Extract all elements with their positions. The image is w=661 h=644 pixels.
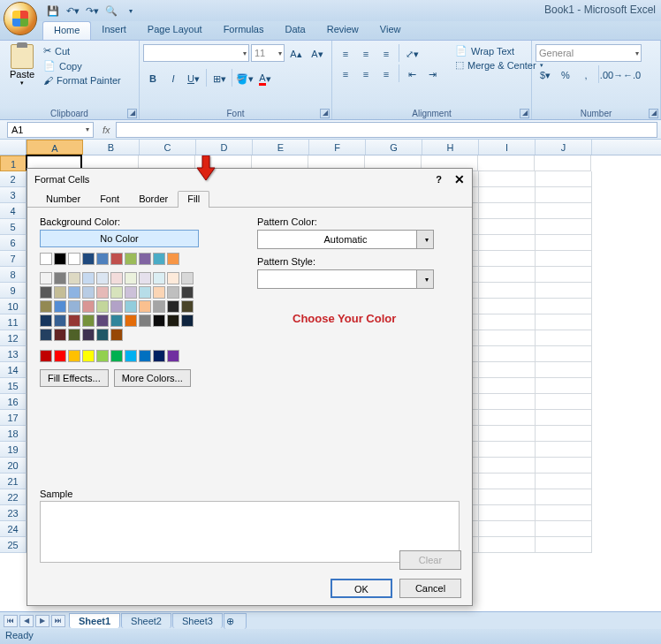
row-header-20[interactable]: 20 xyxy=(0,458,27,474)
first-sheet-button[interactable]: ⏮ xyxy=(4,615,18,627)
row-header-5[interactable]: 5 xyxy=(0,219,27,235)
cell[interactable] xyxy=(479,203,536,219)
row-header-13[interactable]: 13 xyxy=(0,346,27,362)
color-swatch[interactable] xyxy=(54,314,66,327)
cell[interactable] xyxy=(479,458,536,474)
name-box[interactable]: A1▾ xyxy=(7,122,94,138)
color-swatch[interactable] xyxy=(68,253,80,265)
color-swatch[interactable] xyxy=(54,350,66,362)
fill-effects-button[interactable]: Fill Effects... xyxy=(40,369,109,387)
color-swatch[interactable] xyxy=(167,300,179,313)
font-size-combo[interactable]: 11 xyxy=(251,44,285,62)
color-swatch[interactable] xyxy=(125,314,137,327)
cell[interactable] xyxy=(479,314,536,330)
color-swatch[interactable] xyxy=(96,286,109,299)
dialog-tab-fill[interactable]: Fill xyxy=(178,191,209,208)
cell[interactable] xyxy=(536,203,592,219)
column-header-C[interactable]: C xyxy=(140,140,196,155)
cell[interactable] xyxy=(479,362,536,378)
more-colors-button[interactable]: More Colors... xyxy=(114,369,191,387)
row-header-18[interactable]: 18 xyxy=(0,426,27,442)
cell[interactable] xyxy=(536,346,592,362)
italic-button[interactable]: I xyxy=(163,69,183,88)
color-swatch[interactable] xyxy=(110,272,123,284)
color-swatch[interactable] xyxy=(96,314,109,327)
row-header-17[interactable]: 17 xyxy=(0,410,27,426)
cell[interactable] xyxy=(479,235,536,251)
row-header-22[interactable]: 22 xyxy=(0,489,27,505)
align-top-button[interactable]: ≡ xyxy=(336,44,355,64)
color-swatch[interactable] xyxy=(82,286,95,299)
paste-button[interactable]: Paste ▾ xyxy=(4,42,41,88)
row-header-25[interactable]: 25 xyxy=(0,537,27,553)
no-color-button[interactable]: No Color xyxy=(40,230,199,247)
cell[interactable] xyxy=(479,219,536,235)
orientation-button[interactable]: ⤢▾ xyxy=(402,44,422,64)
column-header-A[interactable]: A xyxy=(27,140,83,155)
underline-button[interactable]: U▾ xyxy=(184,69,203,88)
customize-qat-icon[interactable]: ▾ xyxy=(124,4,138,18)
shrink-font-button[interactable]: A▾ xyxy=(308,44,327,64)
color-swatch[interactable] xyxy=(167,286,179,299)
align-left-button[interactable]: ≡ xyxy=(336,64,355,84)
color-swatch[interactable] xyxy=(40,286,52,299)
pattern-style-select[interactable]: ▾ xyxy=(257,269,434,289)
color-swatch[interactable] xyxy=(139,272,151,284)
cell[interactable] xyxy=(536,378,592,394)
color-swatch[interactable] xyxy=(139,300,151,313)
row-header-6[interactable]: 6 xyxy=(0,235,27,251)
column-header-F[interactable]: F xyxy=(309,140,366,155)
color-swatch[interactable] xyxy=(139,314,151,327)
sheet-tab-3[interactable]: Sheet3 xyxy=(172,613,223,628)
dialog-tab-border[interactable]: Border xyxy=(129,191,178,208)
cell[interactable] xyxy=(536,330,592,346)
color-swatch[interactable] xyxy=(40,314,52,327)
row-header-21[interactable]: 21 xyxy=(0,474,27,489)
row-header-16[interactable]: 16 xyxy=(0,394,27,410)
color-swatch[interactable] xyxy=(40,272,52,284)
cell[interactable] xyxy=(479,489,536,505)
cell[interactable] xyxy=(536,235,592,251)
row-header-23[interactable]: 23 xyxy=(0,505,27,521)
cell[interactable] xyxy=(536,394,592,410)
color-swatch[interactable] xyxy=(153,314,165,327)
cell[interactable] xyxy=(536,299,592,314)
increase-indent-button[interactable]: ⇥ xyxy=(422,64,442,84)
align-bottom-button[interactable]: ≡ xyxy=(376,44,396,64)
column-header-J[interactable]: J xyxy=(536,140,592,155)
cell[interactable] xyxy=(479,426,536,442)
color-swatch[interactable] xyxy=(96,329,109,341)
column-header-I[interactable]: I xyxy=(479,140,536,155)
color-swatch[interactable] xyxy=(82,314,95,327)
column-header-D[interactable]: D xyxy=(196,140,253,155)
color-swatch[interactable] xyxy=(167,272,179,284)
color-swatch[interactable] xyxy=(167,350,179,362)
tab-review[interactable]: Review xyxy=(316,21,369,40)
color-swatch[interactable] xyxy=(40,300,52,313)
percent-button[interactable]: % xyxy=(556,65,575,85)
cell[interactable] xyxy=(536,219,592,235)
color-swatch[interactable] xyxy=(40,350,52,362)
color-swatch[interactable] xyxy=(181,314,194,327)
color-swatch[interactable] xyxy=(110,286,123,299)
increase-decimal-button[interactable]: .00→ xyxy=(602,65,621,85)
color-swatch[interactable] xyxy=(153,300,165,313)
color-swatch[interactable] xyxy=(110,253,123,265)
cut-button[interactable]: ✂Cut xyxy=(41,44,124,57)
color-swatch[interactable] xyxy=(96,253,109,265)
ok-button[interactable]: OK xyxy=(330,579,392,598)
color-swatch[interactable] xyxy=(54,253,66,265)
tab-data[interactable]: Data xyxy=(274,21,315,40)
cell[interactable] xyxy=(536,314,592,330)
font-dialog-launcher[interactable]: ◢ xyxy=(320,109,330,118)
cell[interactable] xyxy=(479,283,536,299)
row-header-14[interactable]: 14 xyxy=(0,362,27,378)
redo-icon[interactable]: ↷▾ xyxy=(85,4,99,18)
tab-page-layout[interactable]: Page Layout xyxy=(137,21,213,40)
cancel-button[interactable]: Cancel xyxy=(399,579,461,598)
cell[interactable] xyxy=(479,521,536,537)
align-right-button[interactable]: ≡ xyxy=(376,64,396,84)
cell[interactable] xyxy=(536,283,592,299)
color-swatch[interactable] xyxy=(96,350,109,362)
color-swatch[interactable] xyxy=(125,300,137,313)
